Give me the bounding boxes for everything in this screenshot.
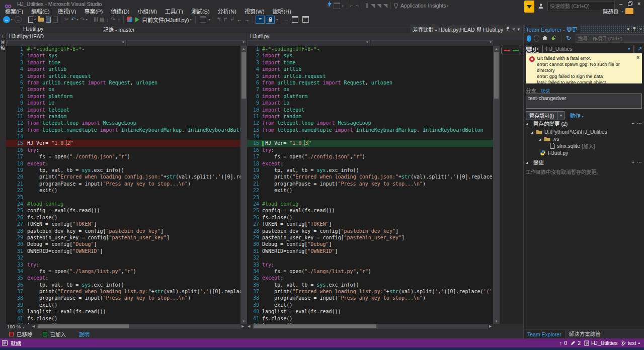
staged-changes-section-header[interactable]: ◢ 暫存的變更 (2) − ⋯ (524, 120, 644, 127)
diff-change-map[interactable] (501, 47, 521, 54)
expander-icon[interactable]: ◢ (526, 122, 531, 125)
left-vertical-scrollbar[interactable]: ▲ ▼ (240, 46, 247, 324)
open-file-button[interactable] (38, 18, 44, 22)
scrollbar-thumb[interactable] (38, 324, 129, 328)
comment-icon[interactable]: ⌐ (350, 3, 353, 9)
close-button[interactable]: × (635, 0, 643, 7)
more-actions-icon[interactable]: ⋯ (637, 121, 642, 126)
pin-icon[interactable] (632, 26, 636, 32)
save-all-button[interactable] (53, 17, 58, 23)
menu-item[interactable]: 專案(P) (80, 7, 107, 14)
bookmark-icon[interactable] (365, 3, 369, 8)
clear-bookmarks-icon[interactable]: ◥ (383, 3, 387, 9)
previous-change-icon[interactable]: ↰ (216, 16, 221, 23)
minimize-button[interactable]: – (617, 0, 625, 7)
more-actions-icon[interactable]: ⋯ (637, 159, 642, 165)
redo-button[interactable]: ↷▾ (80, 16, 87, 23)
pin-icon[interactable] (506, 26, 510, 32)
undock-icon[interactable]: ↗ (637, 46, 642, 52)
tab-list-chevron-icon[interactable]: ▾ (517, 27, 520, 32)
tab-history-master[interactable]: 記錄 - master (103, 26, 134, 33)
forward-button[interactable]: → (534, 35, 539, 42)
menu-item[interactable]: 分析(N) (214, 7, 240, 14)
tab-diff-preview[interactable]: 差異比對 - HJutil.py;HEAD 與 HJutil.py × ▾ (410, 25, 522, 33)
scroll-down-icon[interactable]: ▼ (240, 318, 247, 324)
actions-dropdown[interactable]: 動作 ▾ (570, 112, 583, 119)
scroll-down-icon[interactable]: ▼ (493, 318, 500, 324)
menu-item[interactable]: 測試(S) (187, 7, 214, 14)
branch-indicator[interactable]: test ▴ (621, 340, 640, 346)
refresh-icon[interactable]: ↻ (566, 35, 571, 42)
start-debug-button[interactable]: 目前文件(HJutil.py) ▾ (135, 16, 192, 24)
navigate-forward-button[interactable]: → (15, 16, 22, 23)
scroll-left-icon[interactable]: ◀ (248, 324, 250, 328)
window-position-chevron-icon[interactable]: ▾ (627, 27, 629, 32)
zoom-level-dropdown[interactable]: 100 % ▾ (7, 324, 25, 329)
application-insights-label[interactable]: Application Insights (400, 3, 446, 9)
unpushed-commits-indicator[interactable]: ↑ 0 (559, 340, 567, 346)
scroll-left-icon[interactable]: ◀ (32, 324, 35, 328)
indent-icon[interactable]: 𝄙 (326, 3, 331, 9)
menu-item[interactable]: 工具(T) (161, 7, 187, 14)
dismiss-error-icon[interactable]: × (636, 55, 639, 60)
compare-files-icon[interactable]: → (283, 17, 289, 23)
diff-sync-lock-button[interactable] (266, 16, 275, 24)
expander-icon[interactable]: ◢ (539, 137, 544, 141)
tree-item[interactable]: ◢D:\PythonP\Git\HJ_Utilities (524, 128, 644, 135)
block-selection-icon[interactable]: ▾ (333, 3, 344, 9)
expander-icon[interactable]: ◢ (531, 130, 536, 134)
tree-item[interactable]: ◢.vs (524, 135, 644, 142)
attach-debugger-icon[interactable] (127, 17, 132, 22)
commit-message-box[interactable]: test-changedver (526, 94, 642, 109)
home-icon[interactable] (542, 34, 548, 43)
uncommitted-changes-indicator[interactable]: 2 (571, 340, 581, 346)
restore-button[interactable] (626, 0, 634, 7)
inline-view-button[interactable] (301, 16, 310, 23)
menu-item[interactable]: 檔案(F) (1, 7, 27, 14)
menu-item[interactable]: 檢視(V) (54, 7, 80, 14)
expander-icon[interactable]: ◢ (526, 160, 531, 164)
work-item-search-input[interactable] (576, 36, 644, 41)
branch-link[interactable]: test (541, 88, 550, 94)
user-account-icon[interactable] (538, 2, 544, 11)
diff-overview-margin[interactable] (500, 46, 523, 324)
menu-item[interactable]: 視窗(W) (240, 7, 269, 14)
next-change-icon[interactable]: ↱ (223, 16, 228, 23)
scroll-up-icon[interactable]: ▲ (240, 46, 247, 51)
tab-hjutil[interactable]: HJutil.py (23, 26, 43, 32)
changes-section-header[interactable]: ◢ 變更 + ⋯ (524, 158, 644, 166)
close-tab-icon[interactable]: × (512, 27, 515, 32)
stage-all-icon[interactable]: + (631, 159, 634, 165)
diff-left-editor[interactable]: 1#-*-coding:UTF-8-*-2import sys3import t… (6, 46, 240, 324)
tab-team-explorer[interactable]: Team Explorer (524, 330, 566, 338)
menu-item[interactable]: 說明(H) (269, 7, 295, 14)
menu-item[interactable]: 小組(M) (133, 7, 161, 14)
navigate-next-diff-button[interactable]: → (244, 17, 250, 23)
commit-staged-button[interactable]: 暫存認可(I) ▼ (526, 111, 565, 120)
legend-help-link[interactable]: 說明 (79, 330, 90, 338)
tree-item[interactable]: HJutil.py (524, 149, 644, 156)
uncomment-icon[interactable]: ¬ (355, 3, 358, 9)
team-explorer-title-bar[interactable]: Team Explorer - 變更 ▾ × (524, 25, 644, 33)
navigate-previous-diff-button[interactable]: ← (236, 17, 242, 23)
undo-button[interactable]: ↶▾ (71, 16, 78, 23)
save-button[interactable] (46, 17, 51, 23)
commit-message-input[interactable]: test-changedver (526, 94, 641, 108)
tab-solution-explorer[interactable]: 解決方案總管 (566, 329, 604, 338)
diff-inline-mode-button[interactable]: = (256, 16, 265, 24)
back-button[interactable]: ← (527, 35, 531, 42)
diff-right-editor[interactable]: 1#-*-coding:UTF-8-*-2import sys3import t… (247, 46, 493, 324)
menu-item[interactable]: 編輯(E) (27, 7, 54, 14)
next-bookmark-icon[interactable]: ◥ (377, 3, 381, 9)
notifications-icon[interactable] (524, 1, 534, 13)
close-panel-icon[interactable]: × (639, 27, 642, 32)
scroll-right-icon[interactable]: ▶ (489, 324, 492, 328)
tree-item[interactable]: slnx.sqlite[加入] (524, 142, 644, 149)
previous-bookmark-icon[interactable]: ◥ (371, 3, 375, 9)
unstage-all-icon[interactable]: − (631, 121, 634, 126)
jump-change-icon[interactable]: ↲ (230, 16, 234, 23)
work-item-search[interactable]: ▾ (576, 34, 644, 43)
toolbox-vertical-tab[interactable]: 工具箱 (0, 27, 6, 57)
debug-windows-icon[interactable]: ▾ (199, 16, 210, 23)
commit-options-chevron-icon[interactable]: ▼ (557, 112, 564, 120)
